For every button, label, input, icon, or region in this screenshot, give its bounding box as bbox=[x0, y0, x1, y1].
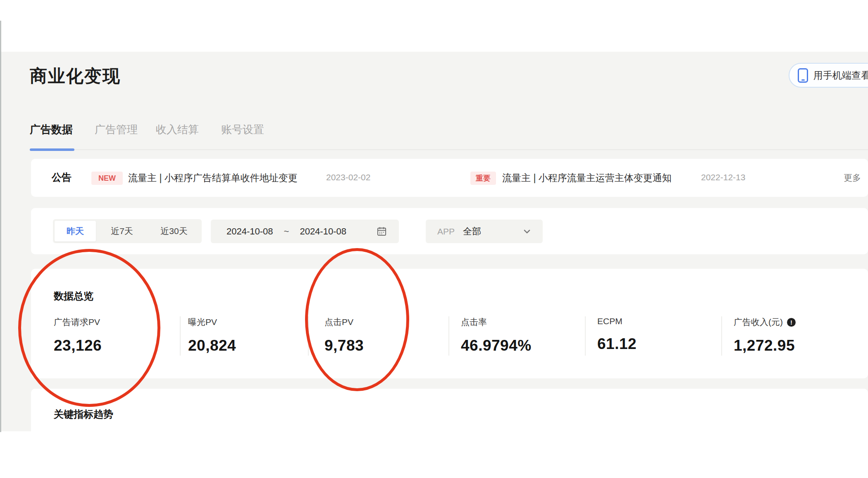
announcement-date-2: 2022-12-13 bbox=[701, 172, 745, 182]
calendar-icon bbox=[376, 226, 387, 237]
important-badge: 重要 bbox=[470, 172, 496, 185]
app-filter-value: 全部 bbox=[463, 225, 481, 238]
window-edge-line bbox=[0, 21, 1, 432]
metric-value: 1,272.95 bbox=[734, 337, 858, 354]
metric-divider bbox=[585, 316, 586, 356]
key-metrics-trend-title: 关键指标趋势 bbox=[54, 408, 113, 421]
date-range-picker[interactable]: 2024-10-08 ~ 2024-10-08 bbox=[211, 220, 399, 243]
app-filter-dropdown[interactable]: APP 全部 bbox=[426, 220, 543, 243]
date-preset-segmented-control: 昨天 近7天 近30天 bbox=[53, 219, 202, 243]
preset-last-7-days[interactable]: 近7天 bbox=[96, 221, 148, 241]
metric-label: ECPM bbox=[597, 316, 721, 326]
announcement-bar: 公告 NEW 流量主 | 小程序广告结算单收件地址变更 2023-02-02 重… bbox=[31, 159, 868, 197]
tab-account-settings[interactable]: 账号设置 bbox=[221, 122, 264, 137]
phone-icon bbox=[798, 68, 808, 83]
data-overview-title: 数据总览 bbox=[54, 289, 93, 303]
filter-bar: 昨天 近7天 近30天 2024-10-08 ~ 2024-10-08 APP … bbox=[31, 208, 868, 254]
metric-label: 点击PV bbox=[324, 316, 448, 328]
date-start: 2024-10-08 bbox=[227, 226, 273, 237]
metric-ad-revenue: 广告收入(元) ! 1,272.95 bbox=[734, 316, 858, 354]
metric-value: 9,783 bbox=[324, 337, 448, 354]
metric-label: 点击率 bbox=[461, 316, 585, 328]
metric-impression-pv: 曝光PV 20,824 bbox=[188, 316, 312, 354]
metric-divider bbox=[180, 316, 181, 356]
metric-value: 46.9794% bbox=[461, 337, 585, 354]
metric-ecpm: ECPM 61.12 bbox=[597, 316, 721, 353]
metric-divider bbox=[448, 316, 449, 356]
tab-ad-data[interactable]: 广告数据 bbox=[30, 122, 73, 137]
page-title: 商业化变现 bbox=[30, 65, 121, 88]
metric-value: 23,126 bbox=[54, 337, 178, 354]
tab-revenue-settlement[interactable]: 收入结算 bbox=[156, 122, 199, 137]
announcement-date-1: 2023-02-02 bbox=[326, 172, 370, 182]
data-overview-card: 数据总览 广告请求PV 23,126 曝光PV 20,824 点击PV 9,78… bbox=[31, 269, 868, 378]
tabs-separator bbox=[30, 149, 868, 150]
app-filter-label: APP bbox=[437, 227, 455, 237]
more-link[interactable]: 更多 bbox=[844, 172, 861, 184]
new-badge: NEW bbox=[91, 172, 123, 185]
date-range-separator: ~ bbox=[284, 226, 289, 237]
metric-divider bbox=[721, 316, 722, 356]
info-icon[interactable]: ! bbox=[787, 318, 796, 327]
announcement-link-1[interactable]: 流量主 | 小程序广告结算单收件地址变更 bbox=[128, 172, 298, 184]
metric-click-rate: 点击率 46.9794% bbox=[461, 316, 585, 354]
tab-ad-management[interactable]: 广告管理 bbox=[95, 122, 138, 137]
view-on-mobile-label: 用手机端查看数据 bbox=[813, 69, 868, 82]
metric-label: 曝光PV bbox=[188, 316, 312, 328]
key-metrics-trend-card: 关键指标趋势 bbox=[31, 389, 868, 478]
metric-label: 广告请求PV bbox=[54, 316, 178, 328]
metric-click-pv: 点击PV 9,783 bbox=[324, 316, 448, 354]
chevron-down-icon bbox=[522, 227, 532, 237]
metric-label: 广告收入(元) bbox=[734, 316, 783, 328]
metric-value: 20,824 bbox=[188, 337, 312, 354]
metric-ad-request-pv: 广告请求PV 23,126 bbox=[54, 316, 178, 354]
announcement-link-2[interactable]: 流量主 | 小程序流量主运营主体变更通知 bbox=[502, 172, 672, 184]
preset-yesterday[interactable]: 昨天 bbox=[55, 221, 96, 241]
view-on-mobile-button[interactable]: 用手机端查看数据 bbox=[789, 63, 868, 88]
date-end: 2024-10-08 bbox=[300, 226, 346, 237]
active-tab-underline bbox=[30, 148, 74, 151]
announcement-label: 公告 bbox=[52, 171, 72, 184]
preset-last-30-days[interactable]: 近30天 bbox=[148, 221, 200, 241]
metric-value: 61.12 bbox=[597, 335, 721, 353]
